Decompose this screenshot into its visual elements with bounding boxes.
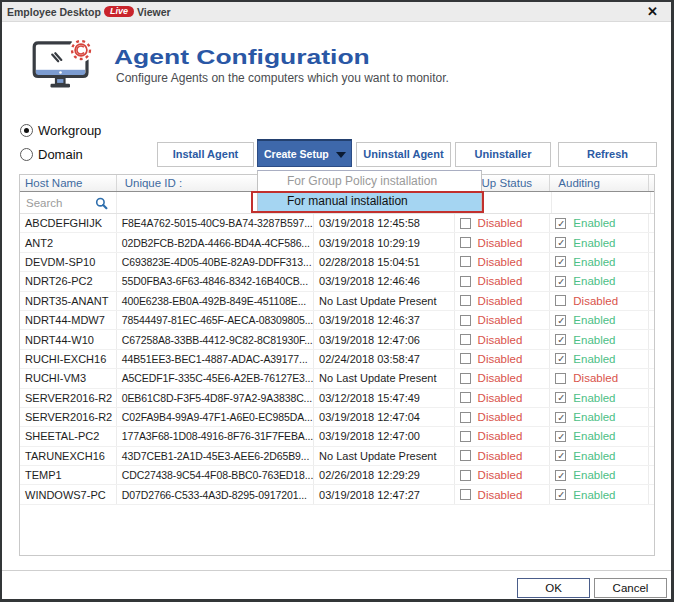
up-status-checkbox[interactable] (460, 373, 471, 384)
auditing-checkbox[interactable] (555, 295, 566, 306)
up-status-checkbox[interactable] (460, 353, 471, 364)
radio-workgroup-circle[interactable] (20, 124, 33, 137)
up-status-checkbox[interactable] (460, 218, 471, 229)
col-header-host-name[interactable]: Host Name (20, 175, 117, 191)
create-setup-menu: For Group Policy installation For manual… (257, 170, 482, 212)
search-cell[interactable]: Search (20, 192, 117, 213)
auditing-checkbox[interactable] (555, 218, 566, 229)
auditing-checkbox[interactable] (555, 334, 566, 345)
table-row[interactable]: NDRT35-ANANT 400E6238-EB0A-492B-849E-451… (20, 292, 654, 311)
table-row[interactable]: ABCDEFGHIJK F8E4A762-5015-40C9-BA74-3287… (20, 214, 654, 233)
table-row[interactable]: DEVDM-SP10 C693823E-4D05-40BE-82A9-DDFF3… (20, 253, 654, 272)
up-status-checkbox[interactable] (460, 470, 471, 481)
uninstall-agent-button[interactable]: Uninstall Agent (356, 142, 451, 167)
auditing-checkbox[interactable] (555, 470, 566, 481)
cell-spacer (649, 447, 654, 465)
up-status-checkbox[interactable] (460, 315, 471, 326)
table-row[interactable]: NDRT44-W10 C67258A8-33BB-4412-9C82-8C819… (20, 330, 654, 349)
up-status-checkbox[interactable] (460, 256, 471, 267)
cell-auditing: Enabled (550, 485, 649, 503)
cancel-button[interactable]: Cancel (594, 578, 667, 598)
search-icon[interactable] (95, 197, 108, 210)
cell-auditing: Disabled (550, 369, 649, 387)
table-row[interactable]: WINDOWS7-PC D07D2766-C533-4A3D-8295-0917… (20, 485, 654, 504)
close-button[interactable]: ✕ (647, 3, 658, 21)
auditing-checkbox[interactable] (555, 256, 566, 267)
cell-last-update: 02/26/2018 12:29:29 (314, 466, 455, 484)
table-row[interactable]: SERVER2016-R2 0EB61C8D-F3F5-4D8F-97A2-9A… (20, 389, 654, 408)
filter-cell-spacer (651, 192, 654, 213)
auditing-checkbox[interactable] (555, 373, 566, 384)
cell-last-update: 03/19/2018 12:45:58 (314, 214, 455, 232)
auditing-label: Enabled (573, 469, 615, 481)
cell-spacer (649, 427, 654, 445)
up-status-checkbox[interactable] (460, 276, 471, 287)
cell-last-update: No Last Update Present (314, 292, 455, 310)
up-status-checkbox[interactable] (460, 489, 471, 500)
up-status-checkbox[interactable] (460, 334, 471, 345)
auditing-label: Disabled (573, 295, 618, 307)
table-row[interactable]: SHEETAL-PC2 177A3F68-1D08-4916-8F76-31F7… (20, 427, 654, 446)
up-status-checkbox[interactable] (460, 237, 471, 248)
radio-workgroup-label: Workgroup (38, 123, 101, 138)
cell-last-update: 03/19/2018 12:47:27 (314, 485, 455, 503)
up-status-checkbox[interactable] (460, 412, 471, 423)
cell-unique-id: D07D2766-C533-4A3D-8295-0917201... (117, 485, 314, 503)
table-row[interactable]: SERVER2016-R2 C02FA9B4-99A9-47F1-A6E0-EC… (20, 408, 654, 427)
cell-up-status: Disabled (455, 233, 551, 251)
table-row[interactable]: TEMP1 CDC27438-9C54-4F08-BBC0-763ED18...… (20, 466, 654, 485)
auditing-checkbox[interactable] (555, 489, 566, 500)
radio-domain-circle[interactable] (20, 148, 33, 161)
col-header-auditing[interactable]: Auditing (550, 175, 649, 191)
auditing-checkbox[interactable] (555, 412, 566, 423)
up-status-label: Disabled (478, 275, 523, 287)
radio-workgroup[interactable]: Workgroup (20, 122, 101, 138)
up-status-label: Disabled (478, 450, 523, 462)
uninstaller-button[interactable]: Uninstaller (455, 142, 551, 167)
auditing-checkbox[interactable] (555, 276, 566, 287)
ok-button[interactable]: OK (517, 578, 590, 598)
auditing-checkbox[interactable] (555, 450, 566, 461)
radio-domain[interactable]: Domain (20, 146, 83, 162)
cell-spacer (649, 466, 654, 484)
up-status-checkbox[interactable] (460, 295, 471, 306)
auditing-checkbox[interactable] (555, 431, 566, 442)
cell-up-status: Disabled (455, 214, 551, 232)
up-status-checkbox[interactable] (460, 392, 471, 403)
install-agent-button[interactable]: Install Agent (157, 142, 254, 167)
table-row[interactable]: ANT2 02DB2FCB-B2DA-4466-BD4A-4CF586... 0… (20, 233, 654, 252)
table-row[interactable]: RUCHI-EXCH16 44B51EE3-BEC1-4887-ADAC-A39… (20, 350, 654, 369)
table-row[interactable]: NDRT44-MDW7 78544497-81EC-465F-AECA-0830… (20, 311, 654, 330)
cell-last-update: 02/28/2018 15:04:51 (314, 253, 455, 271)
cell-auditing: Disabled (550, 292, 649, 310)
page-title: Agent Configuration (114, 45, 370, 69)
cell-host-name: NDRT44-MDW7 (20, 311, 117, 329)
cell-up-status: Disabled (455, 350, 551, 368)
filter-cell[interactable] (552, 192, 651, 213)
cell-last-update: 03/19/2018 12:47:00 (314, 427, 455, 445)
up-status-checkbox[interactable] (460, 450, 471, 461)
auditing-checkbox[interactable] (555, 353, 566, 364)
cell-unique-id: F8E4A762-5015-40C9-BA74-3287B597... (117, 214, 314, 232)
cell-unique-id: CDC27438-9C54-4F08-BBC0-763ED18... (117, 466, 314, 484)
cell-host-name: WINDOWS7-PC (20, 485, 117, 503)
cell-auditing: Enabled (550, 272, 649, 290)
cell-spacer (649, 350, 654, 368)
dropdown-arrow-icon (336, 152, 346, 158)
up-status-checkbox[interactable] (460, 431, 471, 442)
menu-item-group-policy[interactable]: For Group Policy installation (258, 171, 481, 191)
table-row[interactable]: TARUNEXCH16 43D7CEB1-2A1D-45E3-AEE6-2D65… (20, 447, 654, 466)
table-body: ABCDEFGHIJK F8E4A762-5015-40C9-BA74-3287… (20, 214, 654, 505)
auditing-checkbox[interactable] (555, 392, 566, 403)
auditing-checkbox[interactable] (555, 315, 566, 326)
auditing-checkbox[interactable] (555, 237, 566, 248)
create-setup-label: Create Setup (258, 148, 329, 160)
menu-item-manual-install[interactable]: For manual installation (258, 191, 481, 211)
table-row[interactable]: NDRT26-PC2 55D0FBA3-6F63-4846-8342-16B40… (20, 272, 654, 291)
cell-up-status: Disabled (455, 447, 551, 465)
create-setup-button[interactable]: Create Setup (257, 139, 352, 167)
table-row[interactable]: RUCHI-VM3 A5CEDF1F-335C-45E6-A2EB-76127E… (20, 369, 654, 388)
refresh-button[interactable]: Refresh (558, 142, 657, 167)
cell-spacer (649, 485, 654, 503)
search-input[interactable]: Search (20, 197, 62, 209)
